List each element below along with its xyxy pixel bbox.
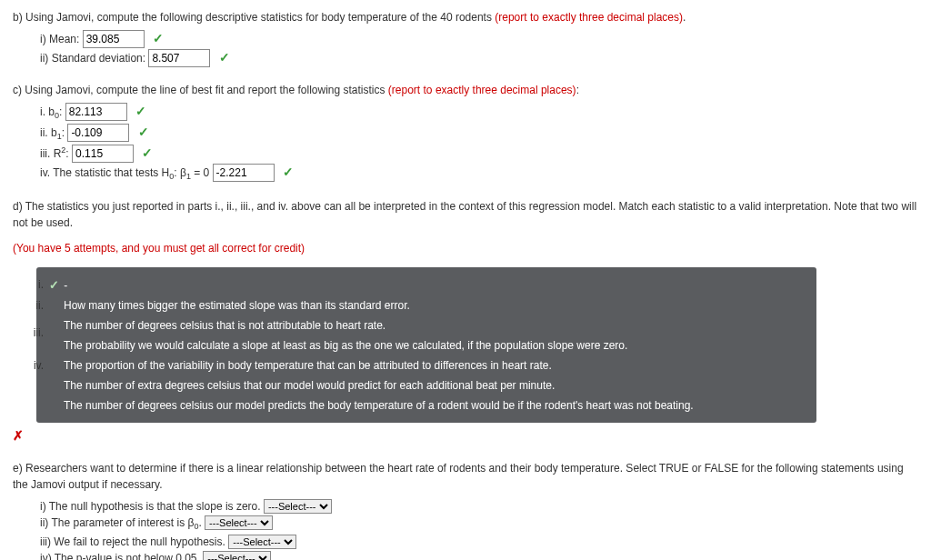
c-i-label-pre: i. b [40,105,55,118]
c-iii-label-post: : [65,147,72,160]
part-c-text-red: (report to exactly three decimal places) [388,84,576,96]
d-selected: - [64,279,67,292]
c-iv-label-post: = 0 [191,166,213,179]
check-icon: ✓ [219,50,230,65]
e-iii-select[interactable]: ---Select--- [228,535,296,549]
c-i-input[interactable] [65,103,127,121]
part-d-attempts: (You have 5 attempts, and you must get a… [13,240,918,256]
c-iv-label-mid: : β [174,166,186,179]
part-b-text-pre: b) Using Jamovi, compute the following d… [13,11,495,24]
d-opt3[interactable]: The probability we would calculate a slo… [64,339,627,352]
e-i-label: i) The null hypothesis is that the slope… [40,500,264,513]
e-ii-select[interactable]: ---Select--- [205,515,273,530]
d-opt6[interactable]: The number of degrees celsius our model … [64,399,694,412]
check-icon: ✓ [135,104,146,118]
d-roman-ii: ii. [25,297,44,314]
e-ii-post: . [198,516,205,529]
check-icon: ✓ [283,165,294,179]
c-iv-label-pre: iv. The statistic that tests H [40,166,169,179]
c-i-label-post: : [59,105,65,118]
check-icon: ✓ [49,278,59,292]
part-e-text: e) Researchers want to determine if ther… [13,460,918,493]
c-iv-input[interactable] [213,164,275,182]
part-c: c) Using Jamovi, compute the line of bes… [13,82,918,184]
b-i-input[interactable] [83,30,145,48]
d-opt5[interactable]: The number of extra degrees celsius that… [64,379,555,392]
d-roman-i: i. [25,276,44,293]
d-opt2[interactable]: The number of degrees celsius that is no… [64,319,385,332]
check-icon: ✓ [138,125,149,139]
d-opt4[interactable]: The proportion of the variability in bod… [64,359,552,372]
part-b-text-post: . [683,11,686,24]
part-c-text-pre: c) Using Jamovi, compute the line of bes… [13,84,388,96]
e-iii-label: iii) We fail to reject the null hypothes… [40,535,228,548]
c-ii-label-pre: ii. b [40,126,57,139]
check-icon: ✓ [142,145,153,160]
e-ii-pre: ii) The parameter of interest is β [40,516,194,529]
b-ii-input[interactable] [148,49,210,67]
c-ii-label-post: : [62,126,68,139]
e-iv-label: iv) The p-value is not below 0.05. [40,552,203,560]
part-d-text: d) The statistics you just reported in p… [13,198,918,231]
check-icon: ✓ [153,31,164,45]
d-roman-iv: iv. [25,357,44,374]
e-iv-select[interactable]: ---Select--- [203,551,271,560]
part-d: d) The statistics you just reported in p… [13,198,918,446]
c-iii-input[interactable] [72,145,134,163]
d-opt1[interactable]: How many times bigger the estimated slop… [64,299,410,312]
part-e: e) Researchers want to determine if ther… [13,460,918,560]
part-c-text-post: : [576,84,579,96]
c-iii-label-pre: iii. R [40,147,61,160]
dropdown-options-panel[interactable]: i. ✓ - ii. How many times bigger the est… [36,267,816,424]
c-ii-input[interactable] [67,124,129,142]
x-icon: ✗ [13,426,918,445]
b-i-label: i) Mean: [40,33,83,45]
part-b: b) Using Jamovi, compute the following d… [13,9,918,67]
e-i-select[interactable]: ---Select--- [264,499,332,514]
part-b-text-red: (report to exactly three decimal places) [495,11,683,24]
b-ii-label: ii) Standard deviation: [40,52,148,65]
d-roman-iii: iii. [25,325,44,341]
